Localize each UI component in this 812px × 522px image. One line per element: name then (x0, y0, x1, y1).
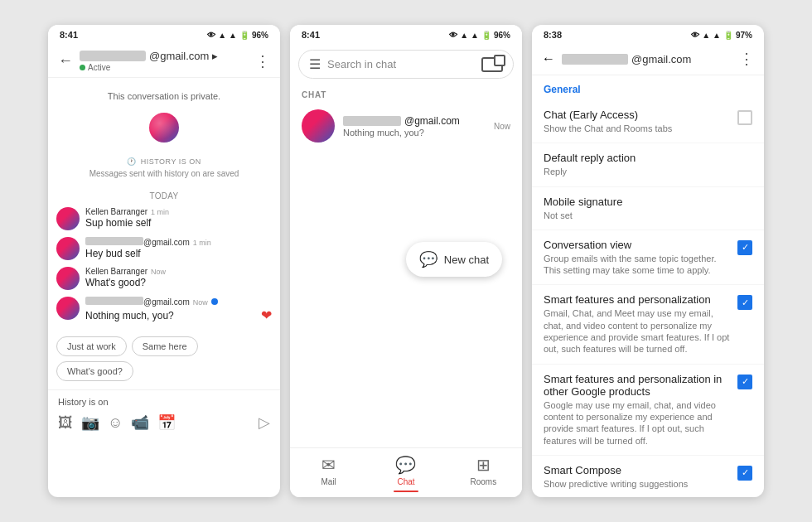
setting-title: Smart features and personalization (544, 293, 731, 306)
online-indicator (80, 65, 85, 70)
time-s1: 8:41 (60, 30, 78, 40)
message-text: Hey bud self (85, 248, 272, 259)
unread-indicator (211, 298, 218, 305)
setting-sub: Google may use my email, chat, and video… (544, 399, 731, 447)
battery-icon: 🔋 (239, 31, 249, 40)
contact-name: @gmail.com ▸ (80, 50, 249, 62)
contact-avatar-center (48, 109, 280, 151)
message-row: @gmail.com1 min Hey bud self (56, 237, 272, 260)
chat-list-item[interactable]: @gmail.com Nothing much, you? Now (290, 103, 522, 149)
chat-name-blurred (343, 116, 401, 126)
setting-sub: Reply (544, 166, 752, 177)
chat-contact-name: @gmail.com (343, 115, 486, 127)
screen2-chat-list: 8:41 👁 ▲ ▲ 🔋 96% ☰ Search in chat CHAT @… (290, 25, 522, 497)
battery-pct-s2: 96% (494, 31, 510, 40)
hamburger-icon[interactable]: ☰ (309, 56, 321, 72)
setting-text: Smart features and personalization in ot… (544, 373, 731, 447)
setting-text: Mobile signature Not set (544, 196, 752, 221)
status-icons-s1: 👁 ▲ ▲ 🔋 96% (207, 31, 268, 40)
own-email-suffix: @gmail.com (143, 238, 190, 247)
eye-icon: 👁 (207, 31, 215, 40)
image-icon[interactable]: 🖼 (58, 414, 73, 432)
signal-icon: ▲ (229, 31, 237, 40)
status-icons-s3: 👁 ▲ ▲ 🔋 97% (691, 31, 752, 40)
compose-icon[interactable] (481, 57, 503, 72)
nav-rooms-label: Rooms (470, 477, 496, 486)
setting-default-reply[interactable]: Default reply action Reply (532, 143, 764, 186)
sender-avatar-kellen (56, 207, 80, 230)
message-sender-own: @gmail.com1 min (85, 237, 272, 247)
message-time: 1 min (151, 208, 169, 216)
quick-reply-work[interactable]: Just at work (56, 336, 127, 356)
setting-title: Mobile signature (544, 196, 752, 208)
send-button[interactable]: ▷ (259, 413, 270, 432)
quick-reply-whats[interactable]: What's good? (56, 361, 133, 381)
chat-footer: History is on 🖼 📷 ☺ 📹 📅 ▷ (48, 389, 280, 438)
new-chat-icon: 💬 (419, 250, 437, 268)
active-status: Active (80, 63, 249, 72)
setting-checkbox-checked[interactable]: ✓ (737, 466, 752, 481)
eye-icon-s3: 👁 (691, 31, 699, 40)
setting-sub: Gmail, Chat, and Meet may use my email, … (544, 307, 731, 355)
settings-list: Chat (Early Access) Show the Chat and Ro… (532, 100, 764, 497)
search-bar[interactable]: ☰ Search in chat (298, 50, 514, 79)
nav-chat[interactable]: 💬 Chat (367, 455, 444, 492)
emoji-icon[interactable]: ☺ (108, 414, 123, 432)
status-icons-s2: 👁 ▲ ▲ 🔋 96% (449, 31, 510, 40)
battery-pct-s1: 96% (252, 31, 268, 40)
nav-rooms[interactable]: ⊞ Rooms (445, 455, 522, 492)
nav-active-indicator (394, 491, 418, 492)
setting-title: Default reply action (544, 152, 752, 164)
back-button[interactable]: ← (58, 52, 73, 70)
nav-mail[interactable]: ✉ Mail (290, 455, 367, 492)
setting-conversation-view[interactable]: Conversation view Group emails with the … (532, 230, 764, 286)
bottom-navigation: ✉ Mail 💬 Chat ⊞ Rooms (290, 447, 522, 497)
footer-actions: 🖼 📷 ☺ 📹 📅 ▷ (58, 413, 270, 432)
chat-email-suffix: @gmail.com (404, 115, 460, 127)
back-button-s3[interactable]: ← (542, 51, 555, 66)
message-text: Sup homie self (85, 217, 272, 229)
setting-checkbox-checked[interactable]: ✓ (737, 295, 752, 310)
setting-checkbox-checked[interactable]: ✓ (737, 375, 752, 389)
message-content: @gmail.comNow Nothing much, you? ❤ (85, 297, 272, 323)
section-label-chat: CHAT (290, 85, 522, 103)
day-divider: TODAY (48, 186, 280, 207)
contact-email-blurred (80, 51, 146, 61)
setting-sub: Show the Chat and Rooms tabs (544, 123, 731, 134)
chat-preview: Nothing much, you? (343, 128, 486, 138)
setting-smart-features[interactable]: Smart features and personalization Gmail… (532, 285, 764, 364)
message-text: Nothing much, you? ❤ (85, 307, 272, 323)
camera-icon[interactable]: 📷 (81, 413, 99, 432)
signal-icon-s3: ▲ (713, 31, 721, 40)
setting-mobile-signature[interactable]: Mobile signature Not set (532, 187, 764, 230)
own-name-blurred (85, 297, 143, 305)
new-chat-fab[interactable]: 💬 New chat (406, 242, 502, 277)
reaction-icon: ❤ (261, 307, 272, 323)
setting-smart-features-other[interactable]: Smart features and personalization in ot… (532, 365, 764, 456)
settings-section-title: General (532, 75, 764, 100)
status-bar-s3: 8:38 👁 ▲ ▲ 🔋 97% (532, 25, 764, 43)
quick-reply-same[interactable]: Same here (132, 336, 198, 356)
more-options-button[interactable]: ⋮ (255, 52, 270, 70)
setting-checkbox[interactable] (737, 110, 752, 125)
chat-info: @gmail.com Nothing much, you? (343, 115, 486, 138)
video-icon[interactable]: 📹 (131, 413, 149, 432)
message-sender-own: @gmail.comNow (85, 297, 272, 307)
history-clock-icon: 🕐 (127, 157, 137, 166)
setting-smart-compose[interactable]: Smart Compose Show predictive writing su… (532, 456, 764, 497)
quick-replies: Just at work Same here What's good? (48, 330, 280, 389)
setting-title: Smart features and personalization in ot… (544, 373, 731, 398)
message-text: What's good? (85, 277, 272, 288)
chat-header: ← @gmail.com ▸ Active ⋮ (48, 43, 280, 78)
message-time: Now (151, 268, 166, 276)
settings-contact-name: @gmail.com (562, 53, 732, 65)
setting-text: Conversation view Group emails with the … (544, 239, 731, 277)
setting-title: Smart Compose (544, 464, 731, 476)
more-options-s3[interactable]: ⋮ (739, 50, 754, 68)
chat-icon: 💬 (395, 455, 416, 475)
battery-pct-s3: 97% (736, 31, 752, 40)
setting-chat-early-access[interactable]: Chat (Early Access) Show the Chat and Ro… (532, 100, 764, 143)
calendar-icon[interactable]: 📅 (157, 413, 176, 432)
setting-title: Chat (Early Access) (544, 109, 731, 121)
setting-checkbox-checked[interactable]: ✓ (737, 240, 752, 255)
